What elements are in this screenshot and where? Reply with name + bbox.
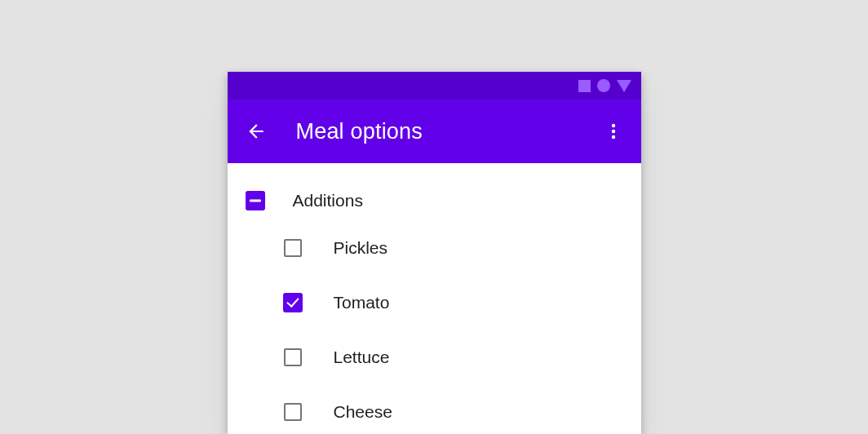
option-pickles-row[interactable]: Pickles (228, 220, 641, 275)
app-bar: Meal options (228, 100, 641, 163)
option-label: Lettuce (334, 348, 390, 367)
option-label: Cheese (334, 402, 392, 422)
option-lettuce-row[interactable]: Lettuce (228, 330, 641, 384)
more-vert-icon[interactable] (602, 120, 625, 143)
option-tomato-row[interactable]: Tomato (228, 275, 641, 330)
device-frame: Meal options Additions Pickles (228, 72, 641, 434)
option-cheese-row[interactable]: Cheese (228, 384, 641, 434)
checkbox-unchecked-icon[interactable] (283, 238, 303, 258)
svg-point-2 (611, 135, 614, 139)
back-arrow-icon[interactable] (246, 121, 267, 142)
checkbox-unchecked-icon[interactable] (283, 402, 303, 422)
status-bar (228, 72, 641, 100)
content-area: Additions Pickles Tomato Lettuce Cheese (228, 163, 641, 434)
checkbox-unchecked-icon[interactable] (283, 348, 303, 367)
checkbox-checked-icon[interactable] (283, 293, 303, 312)
additions-label: Additions (293, 191, 363, 210)
option-label: Tomato (334, 293, 390, 312)
additions-parent-row[interactable]: Additions (228, 181, 641, 220)
page-title: Meal options (296, 119, 602, 144)
svg-point-1 (611, 130, 614, 133)
checkbox-indeterminate-icon[interactable] (246, 191, 265, 210)
status-square-icon (578, 80, 591, 92)
svg-point-0 (611, 124, 614, 127)
status-circle-icon (597, 79, 610, 92)
status-triangle-icon (617, 80, 631, 92)
option-label: Pickles (334, 238, 388, 258)
